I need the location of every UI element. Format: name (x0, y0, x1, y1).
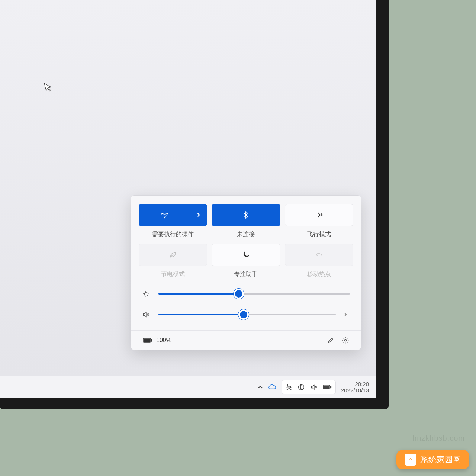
clock-time: 20:20 (341, 381, 369, 387)
brightness-icon (142, 290, 151, 298)
battery-icon (143, 337, 152, 343)
wifi-tile: 需要执行的操作 (139, 204, 207, 238)
focus-assist-button[interactable] (212, 244, 280, 266)
wifi-button[interactable] (139, 204, 207, 226)
svg-rect-10 (324, 386, 329, 389)
ime-indicator[interactable]: 英 (286, 383, 292, 392)
battery-tray-icon[interactable] (323, 385, 332, 390)
bluetooth-label: 未连接 (237, 231, 255, 238)
leaf-icon (169, 251, 177, 259)
svg-rect-4 (151, 339, 152, 341)
brightness-slider-row (142, 290, 350, 298)
svg-point-1 (319, 253, 319, 254)
volume-expand-button[interactable] (343, 312, 350, 317)
battery-text: 100% (156, 337, 171, 344)
battery-saver-button (139, 244, 207, 266)
volume-slider-thumb[interactable] (238, 309, 249, 320)
airplane-button[interactable] (285, 204, 353, 226)
focus-assist-tile: 专注助手 (212, 244, 280, 278)
wifi-label: 需要执行的操作 (152, 231, 194, 238)
watermark-badge: ⌂ 系统家园网 (396, 450, 469, 469)
brightness-slider[interactable] (158, 293, 350, 295)
brightness-slider-thumb[interactable] (234, 289, 244, 299)
monitor-bezel: 需要执行的操作 未连接 飞行模式 (0, 0, 389, 409)
quick-settings-tiles: 需要执行的操作 未连接 飞行模式 (139, 204, 353, 278)
bluetooth-icon (242, 211, 250, 219)
airplane-label: 飞行模式 (307, 231, 331, 238)
svg-point-0 (164, 217, 165, 218)
edit-quick-settings-button[interactable] (327, 337, 334, 344)
battery-saver-tile: 节电模式 (139, 244, 207, 278)
hotspot-tile: 移动热点 (285, 244, 353, 278)
volume-tray-icon[interactable] (310, 383, 318, 391)
volume-slider[interactable] (158, 314, 336, 315)
onedrive-tray-icon[interactable] (268, 383, 276, 391)
hotspot-label: 移动热点 (307, 270, 331, 278)
house-icon: ⌂ (405, 454, 416, 466)
svg-rect-9 (330, 386, 331, 388)
battery-status[interactable]: 100% (135, 337, 171, 344)
cursor-icon (44, 81, 54, 93)
clock-date: 2022/10/13 (341, 387, 369, 393)
svg-point-6 (345, 340, 347, 341)
focus-assist-label: 专注助手 (234, 270, 258, 278)
svg-point-2 (145, 293, 147, 295)
chevron-right-icon (196, 212, 201, 218)
watermark-text: 系统家园网 (420, 454, 461, 465)
settings-button[interactable] (342, 337, 349, 344)
volume-muted-icon (142, 311, 151, 318)
airplane-icon (315, 210, 324, 219)
tray-overflow-button[interactable] (258, 385, 263, 390)
screen: 需要执行的操作 未连接 飞行模式 (0, 0, 376, 398)
bluetooth-tile: 未连接 (212, 204, 280, 238)
svg-rect-5 (144, 339, 150, 342)
quick-settings-panel: 需要执行的操作 未连接 飞行模式 (131, 195, 361, 350)
wifi-expand-button[interactable] (190, 204, 207, 226)
hotspot-button (285, 244, 353, 266)
ime-globe-icon[interactable] (298, 383, 305, 391)
wifi-icon (160, 210, 169, 219)
volume-slider-row (142, 311, 350, 318)
airplane-tile: 飞行模式 (285, 204, 353, 238)
bluetooth-button[interactable] (212, 204, 280, 226)
quick-settings-footer: 100% (131, 330, 361, 350)
taskbar-clock[interactable]: 20:20 2022/10/13 (341, 381, 369, 394)
system-tray-group[interactable]: 英 (282, 380, 336, 394)
desktop[interactable]: 需要执行的操作 未连接 飞行模式 (0, 0, 376, 376)
watermark-url: hnzkhbsb.com (412, 434, 465, 443)
battery-saver-label: 节电模式 (161, 270, 185, 278)
taskbar: 英 20:20 2022/10/13 (0, 376, 376, 398)
moon-icon (242, 251, 250, 259)
hotspot-icon (315, 251, 323, 259)
sliders-section (139, 289, 353, 330)
